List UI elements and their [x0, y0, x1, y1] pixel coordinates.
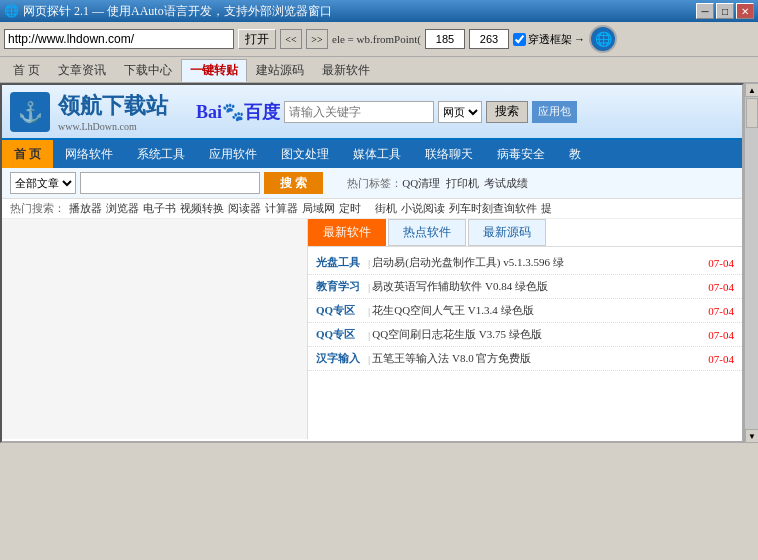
sw-name-4: 五笔王等输入法 V8.0 官方免费版: [372, 351, 699, 366]
close-button[interactable]: ✕: [736, 3, 754, 19]
hot-search-lan[interactable]: 局域网: [302, 201, 335, 216]
baidu-search-area: Bai🐾百度 网页 搜索 应用包: [196, 100, 577, 124]
search-scope-select[interactable]: 网页: [438, 101, 482, 123]
hot-search-calc[interactable]: 计算器: [265, 201, 298, 216]
sw-name-2: 花生QQ空间人气王 V1.3.4 绿色版: [372, 303, 699, 318]
sw-date-3: 07-04: [699, 329, 734, 341]
tab-article[interactable]: 文章资讯: [49, 59, 115, 82]
sw-tab-source[interactable]: 最新源码: [468, 219, 546, 246]
content-area: 最新软件 热点软件 最新源码 光盘工具 | 启动易(启动光盘制作工具) v5.1…: [2, 219, 742, 439]
keyword-input[interactable]: [80, 172, 260, 194]
hot-tag-qq[interactable]: QQ清理: [402, 177, 440, 189]
main-nav-system[interactable]: 系统工具: [125, 140, 197, 168]
main-nav-app[interactable]: 应用软件: [197, 140, 269, 168]
sw-date-0: 07-04: [699, 257, 734, 269]
browser-main: ⚓ 领航下载站 www.LhDown.com Bai🐾百度 网页 搜索 应用包: [0, 83, 744, 443]
v-scroll-track: [745, 97, 758, 429]
hot-search-reader[interactable]: 阅读器: [228, 201, 261, 216]
title-bar-text: 🌐 网页探针 2.1 — 使用AAuto语言开发，支持外部浏览器窗口: [4, 3, 332, 20]
main-search-button[interactable]: 搜 索: [264, 172, 323, 194]
site-logo: 领航下载站 www.LhDown.com: [58, 91, 168, 132]
software-tabs: 最新软件 热点软件 最新源码: [308, 219, 742, 247]
tab-paste[interactable]: 一键转贴: [181, 59, 247, 82]
sw-cat-3[interactable]: QQ专区: [316, 327, 366, 342]
hot-search-browser[interactable]: 浏览器: [106, 201, 139, 216]
hot-search: 热门搜索： 播放器 浏览器 电子书 视频转换 阅读器 计算器 局域网 定时 街机…: [2, 199, 742, 219]
baidu-logo: Bai🐾百度: [196, 100, 280, 124]
tab-download[interactable]: 下载中心: [115, 59, 181, 82]
hot-search-arcade[interactable]: 街机: [375, 201, 397, 216]
x-coord-input[interactable]: [425, 29, 465, 49]
main-nav-image[interactable]: 图文处理: [269, 140, 341, 168]
title-bar: 🌐 网页探针 2.1 — 使用AAuto语言开发，支持外部浏览器窗口 ─ □ ✕: [0, 0, 758, 22]
category-select[interactable]: 全部文章: [10, 172, 76, 194]
sw-cat-1[interactable]: 教育学习: [316, 279, 366, 294]
sw-item-3: QQ专区 | QQ空间刷日志花生版 V3.75 绿色版 07-04: [308, 323, 742, 347]
sw-item-1: 教育学习 | 易改英语写作辅助软件 V0.84 绿色版 07-04: [308, 275, 742, 299]
hot-search-video[interactable]: 视频转换: [180, 201, 224, 216]
sw-name-1: 易改英语写作辅助软件 V0.84 绿色版: [372, 279, 699, 294]
tab-source[interactable]: 建站源码: [247, 59, 313, 82]
window-controls: ─ □ ✕: [696, 3, 754, 19]
main-nav-chat[interactable]: 联络聊天: [413, 140, 485, 168]
baidu-search-button[interactable]: 搜索: [486, 101, 528, 123]
v-scroll-up[interactable]: ▲: [745, 83, 758, 97]
sw-date-2: 07-04: [699, 305, 734, 317]
toolbar: 打开 << >> ele = wb.fromPoint( 穿透框架 → 🌐: [0, 22, 758, 57]
hot-search-train[interactable]: 列车时刻查询软件: [449, 201, 537, 216]
hot-tags: 热门标签：QQ清理 打印机 考试成绩: [347, 176, 528, 191]
main-nav-virus[interactable]: 病毒安全: [485, 140, 557, 168]
search-bar: 全部文章 搜 索 热门标签：QQ清理 打印机 考试成绩: [2, 168, 742, 199]
hot-search-ebook[interactable]: 电子书: [143, 201, 176, 216]
sw-name-3: QQ空间刷日志花生版 V3.75 绿色版: [372, 327, 699, 342]
software-list: 光盘工具 | 启动易(启动光盘制作工具) v5.1.3.596 绿 07-04 …: [308, 247, 742, 375]
tab-software[interactable]: 最新软件: [313, 59, 379, 82]
tab-home[interactable]: 首 页: [4, 59, 49, 82]
sw-cat-0[interactable]: 光盘工具: [316, 255, 366, 270]
maximize-button[interactable]: □: [716, 3, 734, 19]
site-logo-sub: www.LhDown.com: [58, 121, 137, 132]
y-coord-input[interactable]: [469, 29, 509, 49]
browser-wrapper: ⚓ 领航下载站 www.LhDown.com Bai🐾百度 网页 搜索 应用包: [0, 83, 758, 443]
sw-tab-hot[interactable]: 热点软件: [388, 219, 466, 246]
frame-checkbox[interactable]: [513, 33, 526, 46]
transparent-frame-checkbox[interactable]: 穿透框架 →: [513, 32, 585, 47]
v-scroll-thumb[interactable]: [746, 98, 758, 128]
sw-item-4: 汉字输入 | 五笔王等输入法 V8.0 官方免费版 07-04: [308, 347, 742, 371]
hot-search-player[interactable]: 播放器: [69, 201, 102, 216]
sw-cat-4[interactable]: 汉字输入: [316, 351, 366, 366]
url-input[interactable]: [4, 29, 234, 49]
app-button[interactable]: 应用包: [532, 101, 577, 123]
ele-label: ele = wb.fromPoint(: [332, 33, 421, 45]
main-navigation: 首 页 网络软件 系统工具 应用软件 图文处理 媒体工具 联络聊天 病毒安全 教: [2, 140, 742, 168]
main-nav-edu[interactable]: 教: [557, 140, 593, 168]
baidu-search-input[interactable]: [284, 101, 434, 123]
hot-search-novel[interactable]: 小说阅读: [401, 201, 445, 216]
right-content: 最新软件 热点软件 最新源码 光盘工具 | 启动易(启动光盘制作工具) v5.1…: [307, 219, 742, 439]
main-nav-network[interactable]: 网络软件: [53, 140, 125, 168]
site-logo-icon: ⚓: [10, 92, 50, 132]
site-header: ⚓ 领航下载站 www.LhDown.com Bai🐾百度 网页 搜索 应用包: [2, 85, 742, 140]
v-scroll-down[interactable]: ▼: [745, 429, 758, 443]
sw-tab-latest[interactable]: 最新软件: [308, 219, 386, 246]
hot-search-label: 热门搜索：: [10, 201, 65, 216]
forward-button[interactable]: >>: [306, 29, 328, 49]
sw-date-4: 07-04: [699, 353, 734, 365]
hot-search-more[interactable]: 提: [541, 201, 552, 216]
main-nav-media[interactable]: 媒体工具: [341, 140, 413, 168]
back-button[interactable]: <<: [280, 29, 302, 49]
hot-tag-print[interactable]: 打印机: [446, 177, 479, 189]
site-logo-text: 领航下载站: [58, 91, 168, 121]
title-bar-label: 网页探针 2.1 — 使用AAuto语言开发，支持外部浏览器窗口: [23, 3, 332, 20]
left-content: [2, 219, 307, 439]
minimize-button[interactable]: ─: [696, 3, 714, 19]
sw-cat-2[interactable]: QQ专区: [316, 303, 366, 318]
arrow-label: →: [574, 33, 585, 45]
globe-button[interactable]: 🌐: [589, 25, 617, 53]
hot-tag-exam[interactable]: 考试成绩: [484, 177, 528, 189]
hot-search-timer[interactable]: 定时: [339, 201, 361, 216]
sw-date-1: 07-04: [699, 281, 734, 293]
main-nav-home[interactable]: 首 页: [2, 140, 53, 168]
browser-content: ⚓ 领航下载站 www.LhDown.com Bai🐾百度 网页 搜索 应用包: [0, 83, 744, 443]
open-button[interactable]: 打开: [238, 29, 276, 49]
